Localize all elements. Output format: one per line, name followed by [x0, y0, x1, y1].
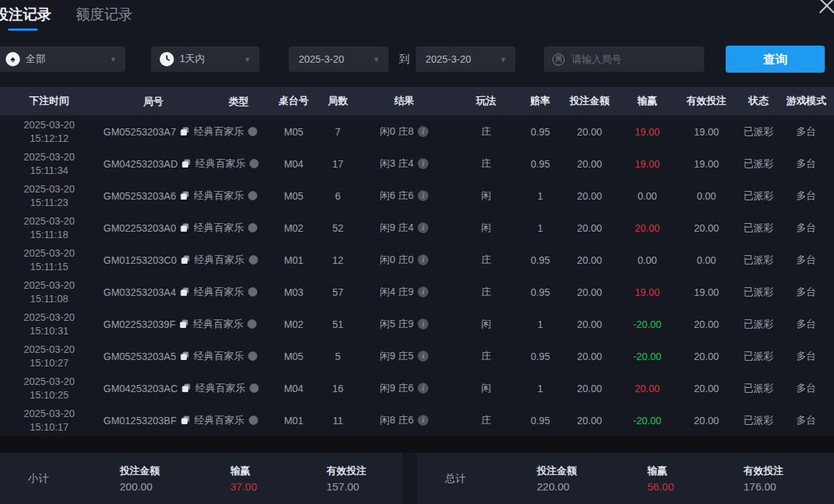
date-from-value: 2025-3-20	[299, 53, 344, 65]
filter-bar: ♠ 全部 ▼ 1天内 ▼ 2025-3-20 ▼ 到 2025-3-20 ▼ 局…	[0, 46, 834, 72]
odds-cell: 1	[522, 383, 559, 394]
bet-time-cell: 2025-03-2015:11:18	[0, 215, 98, 242]
info-icon[interactable]: i	[418, 415, 428, 426]
table-body: 2025-03-2015:12:12 GM05253203A7 经典百家乐 M0…	[0, 115, 834, 436]
bet-time-cell: 2025-03-2015:10:17	[0, 407, 98, 434]
play-cell: 闲	[451, 382, 522, 395]
game-cell: GM01253203BF 经典百家乐	[98, 414, 269, 427]
result-cell: 闲9 庄4 i	[358, 222, 451, 235]
play-cell: 庄	[451, 125, 522, 138]
tab-quota-records[interactable]: 额度记录	[74, 5, 134, 31]
table-no-cell: M05	[269, 351, 318, 362]
rounds-cell: 11	[318, 415, 358, 426]
time-range-dropdown[interactable]: 1天内 ▼	[151, 46, 259, 72]
info-icon[interactable]: i	[418, 287, 428, 297]
play-cell: 闲	[451, 190, 522, 202]
table-row[interactable]: 2025-03-2015:11:23 GM05253203A6 经典百家乐 M0…	[0, 180, 834, 212]
copy-icon[interactable]	[180, 351, 190, 361]
game-id: GM01253203C0	[103, 254, 177, 266]
table-no-cell: M04	[269, 158, 318, 170]
table-row[interactable]: 2025-03-2015:11:08 GM03253203A4 经典百家乐 M0…	[0, 276, 834, 308]
col-valid-bets: 有效投注	[674, 95, 738, 108]
win-loss-cell: 19.00	[620, 287, 674, 298]
subtotal-valid-bets: 有效投注 157.00	[326, 465, 366, 493]
game-id: GM05253203A5	[103, 351, 176, 362]
amount-cell: 20.00	[559, 287, 620, 298]
rounds-cell: 6	[318, 190, 358, 202]
result-cell: 闲4 庄9 i	[358, 286, 451, 299]
date-from-dropdown[interactable]: 2025-3-20 ▼	[289, 46, 388, 72]
info-icon[interactable]: i	[418, 383, 428, 394]
copy-icon[interactable]	[180, 127, 190, 136]
table-row[interactable]: 2025-03-2015:10:27 GM05253203A5 经典百家乐 M0…	[0, 340, 834, 372]
result-score: 闲3 庄4	[380, 158, 413, 170]
video-dot-icon	[249, 159, 259, 168]
table-row[interactable]: 2025-03-2015:11:15 GM01253203C0 经典百家乐 M0…	[0, 244, 834, 276]
game-number-input[interactable]	[570, 53, 684, 66]
copy-icon[interactable]	[180, 319, 189, 329]
table-row[interactable]: 2025-03-2015:10:25 GM04253203AC 经典百家乐 M0…	[0, 372, 834, 404]
amount-cell: 20.00	[559, 254, 620, 266]
active-tab-underline	[8, 29, 38, 31]
win-loss-cell: 0.00	[620, 190, 674, 202]
table-no-cell: M02	[269, 222, 318, 234]
table-row[interactable]: 2025-03-2015:10:31 GM022532039F 经典百家乐 M0…	[0, 308, 834, 340]
table-row[interactable]: 2025-03-2015:12:12 GM05253203A7 经典百家乐 M0…	[0, 115, 834, 148]
total-valid-bets: 有效投注 176.00	[743, 465, 783, 493]
valid-bets-cell: 19.00	[674, 158, 738, 170]
table-row[interactable]: 2025-03-2015:11:18 GM02253203A0 经典百家乐 M0…	[0, 212, 834, 244]
win-loss-cell: 0.00	[620, 254, 674, 266]
table-no-cell: M05	[269, 190, 318, 202]
info-icon[interactable]: i	[418, 222, 428, 233]
valid-bets-cell: 0.00	[674, 254, 738, 266]
bet-time-cell: 2025-03-2015:11:15	[0, 247, 98, 274]
result-score: 闲0 庄8	[380, 125, 413, 138]
copy-icon[interactable]	[181, 255, 190, 264]
col-amount: 投注金额	[559, 95, 620, 108]
play-cell: 庄	[451, 414, 522, 427]
odds-cell: 1	[522, 222, 559, 234]
table-no-cell: M04	[269, 383, 318, 394]
video-dot-icon	[249, 416, 258, 425]
table-row[interactable]: 2025-03-2015:11:34 GM04253203AD 经典百家乐 M0…	[0, 148, 834, 180]
copy-icon[interactable]	[182, 159, 191, 168]
copy-icon[interactable]	[180, 287, 190, 297]
game-cell: GM04253203AC 经典百家乐	[98, 382, 269, 395]
info-icon[interactable]: i	[418, 351, 428, 361]
info-icon[interactable]: i	[418, 158, 428, 169]
col-game-mode: 游戏模式	[778, 95, 834, 108]
amount-cell: 20.00	[559, 351, 620, 362]
info-icon[interactable]: i	[418, 319, 428, 329]
table-no-cell: M05	[269, 126, 318, 138]
copy-icon[interactable]	[182, 384, 191, 393]
search-button[interactable]: 查询	[726, 46, 825, 73]
info-icon[interactable]: i	[418, 254, 428, 265]
info-icon[interactable]: i	[418, 190, 428, 201]
table-row[interactable]: 2025-03-2015:10:17 GM01253203BF 经典百家乐 M0…	[0, 404, 834, 436]
game-type: 经典百家乐	[195, 414, 244, 427]
total-label: 总计	[417, 472, 494, 485]
game-cell: GM01253203C0 经典百家乐	[98, 254, 269, 267]
game-type-dropdown[interactable]: ♠ 全部 ▼	[0, 46, 125, 72]
chevron-down-icon: ▼	[110, 56, 117, 63]
win-loss-cell: 20.00	[620, 222, 674, 234]
game-id: GM04253203AC	[103, 383, 177, 394]
play-cell: 庄	[451, 158, 522, 170]
copy-icon[interactable]	[181, 416, 190, 425]
rounds-cell: 7	[318, 126, 358, 138]
result-cell: 闲0 庄8 i	[358, 125, 451, 138]
copy-icon[interactable]	[180, 191, 190, 200]
game-mode-cell: 多台	[778, 350, 834, 363]
odds-cell: 0.95	[522, 254, 559, 266]
amount-cell: 20.00	[559, 222, 620, 234]
bet-time-cell: 2025-03-2015:11:08	[0, 279, 98, 306]
valid-bets-cell: 20.00	[674, 415, 738, 426]
date-to-dropdown[interactable]: 2025-3-20 ▼	[416, 46, 515, 72]
tab-bet-records[interactable]: 投注记录	[0, 5, 53, 31]
game-cell: GM03253203A4 经典百家乐	[98, 286, 269, 299]
close-icon[interactable]	[815, 0, 834, 18]
copy-icon[interactable]	[180, 223, 190, 232]
result-cell: 闲8 庄6 i	[358, 414, 451, 427]
valid-bets-cell: 20.00	[674, 383, 738, 394]
info-icon[interactable]: i	[418, 126, 428, 137]
